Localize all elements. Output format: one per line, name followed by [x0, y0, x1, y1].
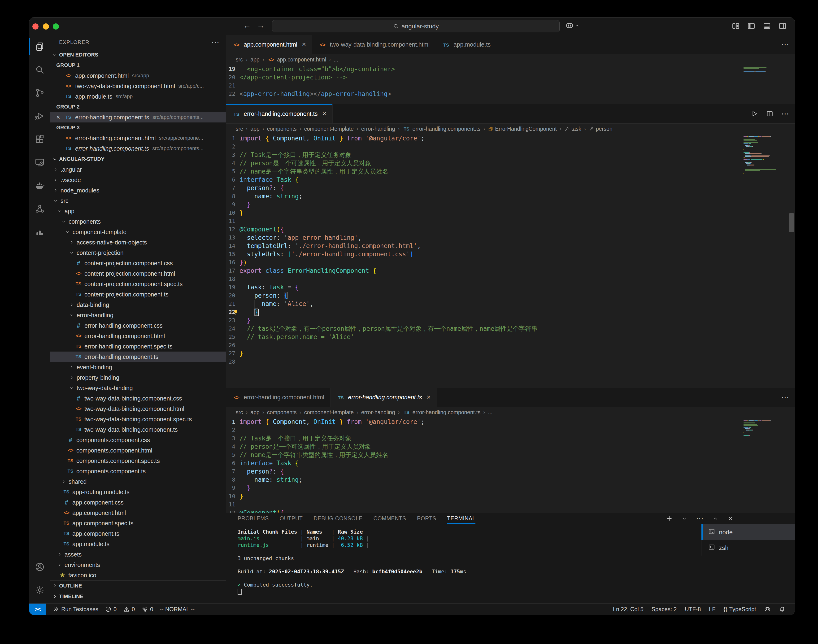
code-line[interactable]: 19 <ng-container class="b">b</ng-contain… — [226, 65, 795, 73]
tree-item[interactable]: .angular — [50, 164, 226, 175]
tree-item[interactable]: ★favicon.ico — [50, 570, 226, 580]
close-window-button[interactable] — [32, 23, 38, 29]
code-line[interactable]: 7 person?: { — [226, 184, 795, 192]
tree-item[interactable]: environments — [50, 560, 226, 570]
tab-error-handling.component.ts[interactable]: TSerror-handling.component.ts× — [226, 104, 332, 123]
panel-tab-debug-console[interactable]: DEBUG CONSOLE — [314, 513, 362, 524]
terminal-instance-node[interactable]: node — [702, 524, 795, 540]
breadcrumb-item[interactable]: TSerror-handling.component.ts — [403, 409, 481, 416]
code-line[interactable]: 22<app-error-handling></app-error-handli… — [226, 90, 795, 98]
code-line[interactable]: 6interface Task { — [226, 176, 795, 184]
breadcrumb-item[interactable]: app — [250, 126, 259, 132]
tree-item[interactable]: node_modules — [50, 185, 226, 196]
status-item-0[interactable]: 0 — [142, 606, 153, 613]
panel-tab-problems[interactable]: PROBLEMS — [237, 513, 269, 524]
status-item--normal-[interactable]: -- NORMAL -- — [160, 606, 195, 613]
code-line[interactable]: 17export class ErrorHandlingComponent { — [226, 267, 795, 275]
activity-bar-item-settings[interactable] — [29, 578, 50, 602]
open-editor-item[interactable]: <>error-handling.component.htmlsrc/app/c… — [50, 133, 226, 143]
minimap[interactable] — [743, 420, 790, 437]
code-line[interactable]: 8 name: string; — [226, 192, 795, 201]
activity-bar-item-kubernetes[interactable] — [29, 197, 50, 220]
nav-back-button[interactable]: ← — [242, 21, 252, 30]
customize-layout-icon[interactable] — [731, 22, 740, 30]
tree-item[interactable]: TStwo-way-data-binding.component.spec.ts — [50, 414, 226, 424]
code-line[interactable]: 20 person: { — [226, 291, 795, 300]
tree-item[interactable]: TSapp.module.ts — [50, 539, 226, 549]
code-line[interactable]: 25 // task.person.name = 'Alice' — [226, 333, 795, 341]
editor-more-actions-icon[interactable]: ⋯ — [781, 393, 789, 402]
tab-app.component.html[interactable]: <>app.component.html× — [226, 35, 312, 54]
tab-two-way-data-binding.component.html[interactable]: <>two-way-data-binding.component.html — [312, 35, 436, 54]
code-line[interactable]: 21 name: 'Alice', — [226, 300, 795, 308]
open-editor-item[interactable]: <>two-way-data-binding.component.htmlsrc… — [50, 81, 226, 91]
code-line[interactable]: 19 task: Task = { — [226, 283, 795, 291]
status-item[interactable] — [764, 606, 771, 613]
code-editor[interactable]: 1import { Component, OnInit } from '@ang… — [226, 418, 795, 513]
command-center-search[interactable]: angular-study — [272, 20, 560, 32]
activity-bar-item-extensions[interactable] — [29, 128, 50, 151]
code-line[interactable]: 3// Task是一个接口，用于定义任务对象 — [226, 434, 795, 443]
code-line[interactable]: 8 name: string; — [226, 476, 795, 484]
breadcrumb-item[interactable]: person — [589, 126, 612, 132]
code-line[interactable]: 21 — [226, 81, 795, 90]
breadcrumb-item[interactable]: component-template — [304, 409, 354, 416]
maximize-window-button[interactable] — [53, 23, 59, 29]
activity-bar-item-remote-explorer[interactable] — [29, 151, 50, 174]
close-tab-icon[interactable]: × — [427, 393, 430, 401]
breadcrumb-item[interactable]: components — [267, 409, 296, 416]
code-line[interactable]: 12@Component({ — [226, 225, 795, 233]
activity-bar-item-search[interactable] — [29, 58, 50, 81]
tree-item[interactable]: TScomponents.component.spec.ts — [50, 455, 226, 466]
breadcrumb-item[interactable]: ErrorHandlingComponent — [488, 126, 557, 132]
code-line[interactable]: 3// Task是一个接口，用于定义任务对象 — [226, 151, 795, 159]
minimap[interactable] — [743, 136, 790, 176]
panel-tab-output[interactable]: OUTPUT — [280, 513, 303, 524]
outline-section-header[interactable]: OUTLINE — [50, 580, 226, 591]
activity-bar-item-docker[interactable] — [29, 174, 50, 197]
code-line[interactable]: 18 — [226, 275, 795, 283]
tree-item[interactable]: shared — [50, 476, 226, 487]
code-editor[interactable]: 1import { Component, OnInit } from '@ang… — [226, 134, 795, 388]
panel-tab-ports[interactable]: PORTS — [417, 513, 436, 524]
copilot-menu[interactable] — [565, 21, 579, 30]
code-line[interactable]: 11 — [226, 217, 795, 225]
status-item-ln-22-col-5[interactable]: Ln 22, Col 5 — [613, 606, 643, 613]
status-item-typescript[interactable]: {}TypeScript — [724, 606, 756, 613]
code-line[interactable]: 9 } — [226, 201, 795, 209]
close-editor-icon[interactable]: × — [56, 113, 60, 121]
tree-item[interactable]: #app.component.css — [50, 497, 226, 508]
tree-item[interactable]: <>content-projection.component.html — [50, 268, 226, 279]
tree-item[interactable]: TScontent-projection.component.ts — [50, 289, 226, 299]
breadcrumb-item[interactable]: src — [236, 57, 243, 63]
breadcrumb-item[interactable]: ... — [334, 57, 338, 63]
tree-item[interactable]: TScontent-projection.component.spec.ts — [50, 279, 226, 289]
breadcrumb-item[interactable]: component-template — [304, 126, 354, 132]
code-line[interactable]: 27} — [226, 350, 795, 358]
breadcrumb-item[interactable]: src — [236, 409, 243, 416]
code-line[interactable]: 5// name是一个字符串类型的属性，用于定义人员姓名 — [226, 451, 795, 459]
tab-app.module.ts[interactable]: TSapp.module.ts — [436, 35, 497, 54]
code-line[interactable]: 7 person?: { — [226, 468, 795, 476]
tree-item[interactable]: src — [50, 196, 226, 206]
status-item-0[interactable]: 0 — [105, 606, 116, 613]
new-terminal-icon[interactable] — [666, 515, 673, 522]
tree-item[interactable]: TStwo-way-data-binding.component.ts — [50, 424, 226, 435]
open-editor-item[interactable]: <>app.component.htmlsrc/app — [50, 71, 226, 81]
tree-item[interactable]: error-handling — [50, 310, 226, 320]
status-item-spaces-2[interactable]: Spaces: 2 — [651, 606, 677, 613]
code-line[interactable]: 10} — [226, 209, 795, 217]
code-line[interactable]: 14 templateUrl: './error-handling.compon… — [226, 242, 795, 250]
code-line[interactable]: 28 — [226, 358, 795, 366]
tree-item[interactable]: property-binding — [50, 373, 226, 383]
breadcrumb-item[interactable]: ... — [488, 409, 492, 416]
code-line[interactable]: 4// person是一个可选属性，用于定义人员对象 — [226, 443, 795, 451]
activity-bar-item-explorer[interactable] — [29, 35, 50, 58]
folder-section-header[interactable]: ANGULAR-STUDY — [50, 154, 226, 164]
tree-item[interactable]: <>components.component.html — [50, 445, 226, 455]
tree-item[interactable]: TSerror-handling.component.ts — [50, 351, 226, 362]
tree-item[interactable]: TScomponents.component.ts — [50, 466, 226, 476]
tree-item[interactable]: event-binding — [50, 362, 226, 373]
code-line[interactable]: 24 // task是个对象，有一个person属性，person属性是个对象，… — [226, 325, 795, 333]
tree-item[interactable]: .vscode — [50, 175, 226, 185]
